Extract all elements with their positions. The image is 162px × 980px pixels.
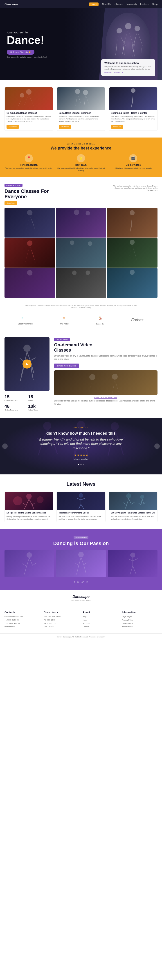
pinterest-link[interactable]: 𝒫: [82, 580, 83, 584]
dance-photo-6: [107, 238, 157, 267]
latin-class-title: 10 min Latin Dance Workout: [6, 112, 51, 114]
latin-class-btn[interactable]: Start here: [6, 125, 19, 129]
experience-location-title: Perfect Location: [5, 164, 53, 166]
testimonial-next[interactable]: ›: [154, 444, 160, 449]
svg-point-11: [130, 210, 135, 215]
svg-point-6: [83, 90, 88, 95]
passion-img-1: [5, 550, 54, 577]
footer-link-cookie[interactable]: Cookie Policy: [122, 622, 157, 625]
contact-link[interactable]: Contact Us: [114, 72, 123, 73]
hero-badge-sub: Sign up now for a starter lesson – compl…: [7, 56, 47, 58]
footer-link-legal[interactable]: Legal Pages: [122, 615, 157, 618]
footer-link-blog[interactable]: Blog: [83, 615, 118, 618]
footer: Contacts info@danceschool.com +1 (555) 0…: [0, 606, 162, 640]
dance-photo-3: [107, 208, 157, 237]
news-desc-2: We look at the most common mistakes danc…: [58, 515, 103, 520]
dance-classes-btn[interactable]: Start Now: [5, 201, 17, 205]
news-card-3: Get Moving with Fun Dance Classes in the…: [109, 492, 157, 522]
footer-link-privacy[interactable]: Privacy Policy: [122, 619, 157, 621]
passion-img-3: [108, 550, 157, 577]
dance-photo-1: [5, 208, 55, 237]
testimonial-section: ‹ › INSPIRE ME didn't know how much I ne…: [0, 418, 162, 474]
svg-point-10: [85, 211, 90, 215]
partner-creative: 🕺 Creative Dancer: [18, 315, 33, 325]
dot-3[interactable]: [83, 464, 84, 465]
news-desc-1: Getting into the groove of online dance …: [6, 515, 51, 520]
nav-link-classes[interactable]: Classes: [115, 3, 123, 5]
best-experience-section: What makes us special We provide the bes…: [0, 137, 162, 177]
footer-logo-area: Danceape your dance school partner: [0, 590, 162, 606]
dance-classes-section: Choose your style Dance Classes For Ever…: [0, 177, 162, 303]
dot-1[interactable]: [78, 464, 79, 465]
ballet-class-btn[interactable]: Start here: [111, 125, 123, 129]
testimonial-prev[interactable]: ‹: [2, 444, 8, 449]
svg-point-19: [130, 270, 135, 275]
footer-link-about[interactable]: About Us: [83, 622, 118, 625]
experience-grid: 📍 Perfect Location We have dance centers…: [5, 154, 157, 172]
news-img-2: [57, 492, 105, 510]
news-title-1: 10 Tips For Taking Online Dance Classes: [6, 512, 51, 514]
svg-point-4: [20, 93, 24, 97]
footer-columns: Contacts info@danceschool.com +1 (555) 0…: [0, 606, 162, 633]
experience-videos-desc: All training videos are available on our…: [109, 167, 157, 169]
nav-links: Home About Me Classes Community Features…: [89, 3, 157, 6]
nav-link-home[interactable]: Home: [89, 3, 99, 6]
footer-col-hours: Open Hours Mon-Thu: 9:00-21:00 Fri: 9:00…: [44, 611, 79, 629]
twitter-link[interactable]: 𝕏: [77, 580, 79, 584]
partners-section: 🕺 Creative Dancer 🎨 The Artist 💃 Dance C…: [0, 310, 162, 330]
footer-link-news[interactable]: News: [83, 619, 118, 621]
salsa-class-btn[interactable]: Start here: [59, 125, 71, 129]
footer-col-info: Information Legal Pages Privacy Policy C…: [122, 611, 157, 629]
svg-point-33: [78, 552, 84, 557]
experience-item-videos: 🎬 Online Videos All training videos are …: [109, 154, 157, 172]
passion-social: f 𝕏 𝒫 ◎: [5, 580, 157, 584]
stat-teachers: 15 Online Teachers: [5, 394, 26, 401]
news-title-2: 4 Reasons Your Dancing Sucks: [58, 512, 103, 514]
ballet-class-desc: Visit this first time beginning ballet c…: [111, 115, 156, 123]
dance-photo-2: [56, 208, 107, 237]
svg-point-15: [130, 240, 135, 245]
dance-photo-grid: [5, 208, 157, 298]
footer-logo-text: Danceape: [5, 595, 157, 599]
location-icon: 📍: [25, 154, 33, 162]
dot-2[interactable]: [80, 464, 82, 465]
facebook-link[interactable]: f: [74, 580, 75, 584]
footer-link-terms[interactable]: Terms of Use: [122, 625, 157, 628]
svg-point-34: [130, 552, 135, 557]
hero-content: lose yourself to Dance! Hello new Studen…: [0, 24, 53, 65]
svg-point-14: [88, 242, 92, 246]
latest-news-title: Latest News: [5, 481, 157, 487]
stat-users: 10k Active Users: [28, 404, 49, 411]
experience-videos-title: Online Videos: [109, 164, 157, 166]
passion-tag: social connect: [74, 536, 89, 539]
news-img-3: [109, 492, 157, 510]
experience-team-desc: Our team consists of the best instructor…: [57, 167, 105, 172]
ondemand-thumbnail: [54, 370, 157, 395]
nav-link-community[interactable]: Community: [126, 3, 137, 5]
dance-classes-tag: Choose your style: [5, 184, 22, 187]
directions-link[interactable]: Directions: [104, 72, 113, 73]
ondemand-btn[interactable]: Simply more classes: [54, 364, 79, 368]
ondemand-main-image: [5, 337, 49, 391]
welcome-title: Welcome to our dance school: [104, 62, 152, 64]
partner-danceco: 💃 Dance Co: [96, 315, 105, 325]
salsa-class-title: Salsa Basic Step for Beginner: [59, 112, 103, 114]
best-experience-subtitle: What makes us special: [5, 143, 157, 145]
instagram-link[interactable]: ◎: [86, 580, 88, 584]
footer-link-careers[interactable]: Careers: [83, 625, 118, 628]
footer-bottom: © 2024 Danceape. All Rights Reserved. A …: [0, 633, 162, 640]
hero-title: Dance!: [7, 34, 47, 46]
nav-link-about[interactable]: About Me: [102, 3, 112, 5]
hero-badge-button[interactable]: Hello new Students 👋: [7, 50, 35, 55]
footer-col-contacts: Contacts info@danceschool.com +1 (555) 0…: [5, 611, 40, 629]
nav-link-shop[interactable]: Shop: [152, 3, 157, 5]
dance-photo-4: [5, 238, 55, 267]
testimonial-author: Fitness Teacher: [5, 458, 157, 460]
stat-programs: 46 Online Programs: [5, 404, 26, 411]
news-card-2: 4 Reasons Your Dancing Sucks We look at …: [57, 492, 105, 522]
nav-logo[interactable]: Danceape: [5, 3, 18, 6]
svg-point-21: [89, 374, 95, 380]
nav-link-features[interactable]: Features: [140, 3, 149, 5]
free-trial-link[interactable]: FREE TRIAL VIDEO CLASS: [54, 396, 157, 399]
svg-point-1: [116, 28, 122, 33]
